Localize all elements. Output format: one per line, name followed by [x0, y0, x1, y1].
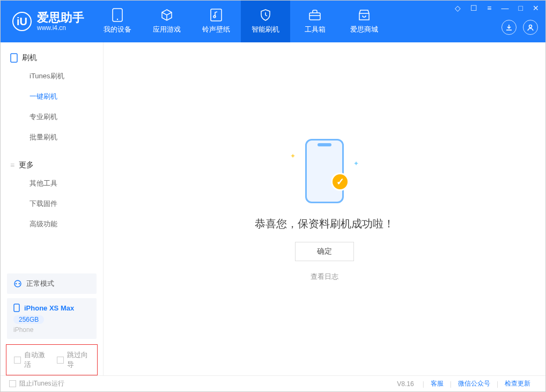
nav-label: 应用游戏 — [153, 25, 181, 34]
block-itunes-label: 阻止iTunes运行 — [19, 379, 64, 388]
svg-point-5 — [529, 25, 532, 28]
app-name: 爱思助手 — [37, 11, 84, 24]
device-name: iPhone XS Max — [24, 304, 74, 312]
mode-label: 正常模式 — [26, 279, 54, 289]
feedback-icon[interactable]: ☐ — [468, 3, 479, 13]
shield-icon — [259, 9, 272, 21]
sidebar-item-oneclick-flash[interactable]: 一键刷机 — [1, 86, 103, 107]
success-check-icon: ✓ — [331, 173, 349, 191]
wechat-link[interactable]: 微信公众号 — [452, 379, 497, 388]
skin-icon[interactable]: ◇ — [453, 3, 463, 13]
shop-icon — [358, 9, 371, 21]
nav-label: 我的设备 — [104, 25, 131, 34]
nav-label: 工具箱 — [305, 25, 326, 34]
sidebar-item-other-tools[interactable]: 其他工具 — [1, 173, 103, 194]
auto-activate-label: 自动激活 — [24, 350, 47, 369]
phone-icon — [10, 53, 18, 63]
support-link[interactable]: 客服 — [424, 379, 450, 388]
minimize-button[interactable]: — — [499, 3, 511, 13]
sidebar-item-batch-flash[interactable]: 批量刷机 — [1, 127, 103, 147]
close-button[interactable]: ✕ — [530, 3, 541, 13]
nav-store[interactable]: 爱思商城 — [340, 1, 389, 42]
nav-label: 爱思商城 — [350, 25, 378, 34]
header-actions — [501, 20, 538, 35]
sidebar-section-flash: 刷机 — [1, 50, 103, 66]
success-message: 恭喜您，保资料刷机成功啦！ — [255, 217, 394, 231]
svg-rect-6 — [11, 54, 17, 62]
success-illustration: ✦ ✦ ✓ — [287, 136, 362, 206]
sidebar-section-more: ≡ 更多 — [1, 157, 103, 173]
ok-button[interactable]: 确定 — [295, 242, 354, 261]
svg-point-9 — [19, 283, 20, 285]
device-icon — [111, 9, 124, 21]
sidebar-item-pro-flash[interactable]: 专业刷机 — [1, 107, 103, 127]
nav-apps-games[interactable]: 应用游戏 — [142, 1, 191, 42]
music-icon — [210, 9, 223, 21]
cube-icon — [160, 9, 173, 21]
nav-tabs: 我的设备 应用游戏 铃声壁纸 智能刷机 工具箱 爱思商城 — [93, 1, 389, 42]
version-label: V8.16 — [397, 380, 414, 388]
nav-label: 智能刷机 — [252, 25, 279, 34]
svg-point-1 — [117, 19, 118, 20]
app-header: iU 爱思助手 www.i4.cn 我的设备 应用游戏 铃声壁纸 智能刷机 工具… — [1, 1, 545, 42]
main-content: ✦ ✦ ✓ 恭喜您，保资料刷机成功啦！ 确定 查看日志 — [104, 42, 545, 375]
skip-guide-label: 跳过向导 — [67, 350, 90, 369]
toolbox-icon — [308, 9, 321, 21]
menu-icon[interactable]: ≡ — [485, 3, 493, 13]
flash-options-row: 自动激活 跳过向导 — [6, 344, 98, 375]
nav-ringtone-wallpaper[interactable]: 铃声壁纸 — [191, 1, 241, 42]
logo-area: iU 爱思助手 www.i4.cn — [1, 11, 93, 32]
app-url: www.i4.cn — [37, 24, 84, 32]
sidebar-item-download-firmware[interactable]: 下载固件 — [1, 194, 103, 214]
svg-point-8 — [16, 283, 17, 285]
svg-rect-4 — [309, 13, 320, 20]
view-log-link[interactable]: 查看日志 — [311, 272, 338, 282]
sidebar-item-advanced[interactable]: 高级功能 — [1, 214, 103, 234]
nav-my-device[interactable]: 我的设备 — [93, 1, 142, 42]
sparkle-icon: ✦ — [353, 160, 359, 167]
device-icon — [13, 304, 20, 312]
check-update-link[interactable]: 检查更新 — [498, 379, 537, 388]
checkbox-auto-activate[interactable] — [14, 357, 21, 364]
sidebar-item-itunes-flash[interactable]: iTunes刷机 — [1, 66, 103, 86]
window-controls: ◇ ☐ ≡ — □ ✕ — [453, 3, 541, 13]
account-button[interactable] — [523, 20, 538, 35]
svg-point-3 — [213, 16, 216, 18]
storage-badge: 256GB — [13, 315, 44, 324]
maximize-button[interactable]: □ — [517, 3, 525, 13]
checkbox-block-itunes[interactable] — [9, 380, 16, 387]
mode-icon — [13, 279, 22, 288]
nav-toolbox[interactable]: 工具箱 — [290, 1, 340, 42]
svg-rect-10 — [14, 304, 19, 312]
section-title: 更多 — [19, 160, 34, 170]
phone-graphic — [305, 139, 344, 203]
statusbar: 阻止iTunes运行 V8.16 | 客服 | 微信公众号 | 检查更新 — [1, 375, 545, 391]
device-box[interactable]: iPhone XS Max 256GB iPhone — [7, 298, 97, 339]
sidebar: 刷机 iTunes刷机 一键刷机 专业刷机 批量刷机 ≡ 更多 其他工具 下载固… — [1, 42, 104, 375]
list-icon: ≡ — [10, 161, 14, 169]
section-title: 刷机 — [22, 53, 37, 63]
nav-smart-flash[interactable]: 智能刷机 — [241, 1, 290, 42]
mode-box[interactable]: 正常模式 — [7, 273, 97, 294]
nav-label: 铃声壁纸 — [202, 25, 230, 34]
checkbox-skip-guide[interactable] — [57, 357, 64, 364]
app-logo-icon: iU — [12, 12, 32, 31]
download-button[interactable] — [501, 20, 517, 35]
device-type: iPhone — [13, 326, 90, 334]
sparkle-icon: ✦ — [290, 152, 296, 160]
svg-rect-2 — [211, 9, 222, 21]
